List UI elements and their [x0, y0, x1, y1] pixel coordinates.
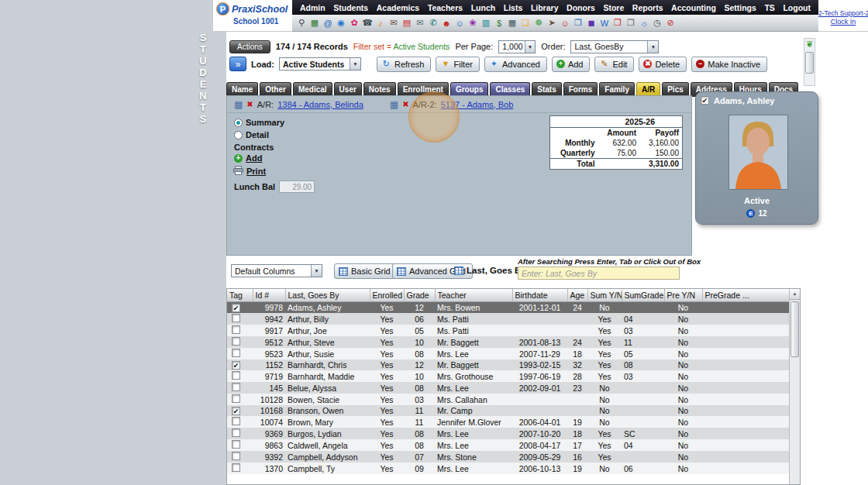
table-row[interactable]: ✔9978Adams, AshleyYes12Mrs. Bowen2001-12…: [227, 302, 790, 314]
tag-checkbox[interactable]: [232, 452, 240, 460]
scrollbar-thumb[interactable]: [790, 301, 799, 357]
summary-radio[interactable]: [234, 119, 243, 127]
logo[interactable]: P PraxiSchool School 1001: [213, 0, 292, 32]
menu-item-logout[interactable]: Logout: [783, 3, 811, 12]
phone-icon[interactable]: ☎: [361, 17, 374, 29]
column-header-id[interactable]: Id #: [253, 289, 285, 302]
speaker-icon[interactable]: ♪: [374, 17, 387, 29]
lunch-bal-input[interactable]: [279, 181, 315, 193]
tag-checkbox[interactable]: ✔: [232, 304, 240, 312]
tag-checkbox[interactable]: [232, 394, 240, 403]
panel-scrollbar-thumb[interactable]: [805, 52, 814, 74]
monitor-icon[interactable]: ❐: [572, 17, 584, 29]
menu-item-admin[interactable]: Admin: [300, 3, 326, 12]
menu-item-lunch[interactable]: Lunch: [471, 3, 496, 12]
column-header-sumgrade[interactable]: SumGrade...: [622, 289, 664, 302]
clock-icon[interactable]: ◷: [651, 17, 663, 29]
column-header-last-goes-by[interactable]: Last, Goes By: [285, 289, 370, 302]
word-doc-icon[interactable]: W: [598, 17, 611, 29]
mail2-icon[interactable]: ✉: [414, 17, 426, 29]
table-row[interactable]: 9942Arthur, BillyYes06Ms. PattiYes04No: [227, 313, 790, 325]
table-row[interactable]: 145Belue, AlyssaYes08Mrs. Lee2002-09-012…: [227, 382, 790, 394]
load-select[interactable]: Active Students▼: [279, 57, 361, 71]
menu-item-settings[interactable]: Settings: [724, 3, 756, 12]
remove-icon[interactable]: ✖: [246, 100, 253, 108]
scroll-up-icon[interactable]: ▲: [790, 289, 800, 300]
column-header-birthdate[interactable]: Birthdate: [512, 289, 567, 302]
detail-radio[interactable]: [234, 131, 243, 139]
plant-icon[interactable]: ❁: [532, 17, 545, 29]
table-scrollbar[interactable]: ▲: [789, 289, 800, 484]
tag-checkbox[interactable]: [232, 325, 240, 334]
globe2-icon[interactable]: ☼: [638, 17, 650, 29]
search-icon[interactable]: ⚲: [295, 17, 308, 29]
column-header-grade[interactable]: Grade: [404, 289, 435, 302]
advanced-button[interactable]: ✦Advanced: [484, 57, 547, 72]
filter-button[interactable]: ▼Filter: [436, 57, 479, 72]
envelope-icon[interactable]: ✉: [388, 17, 400, 29]
table-row[interactable]: 9392Campbell, AddysonYes07Mrs. Stone2009…: [227, 451, 790, 463]
menu-item-teachers[interactable]: Teachers: [428, 3, 463, 12]
tag-checkbox[interactable]: ✔: [232, 407, 240, 415]
message-icon[interactable]: ✆: [427, 17, 439, 29]
detail-option[interactable]: Detail: [234, 130, 269, 139]
menu-item-reports[interactable]: Reports: [632, 3, 663, 12]
menu-item-academics[interactable]: Academics: [377, 3, 419, 12]
chart-icon[interactable]: ▥: [480, 17, 492, 29]
column-header-sum-y-n[interactable]: Sum Y/N: [587, 289, 622, 302]
make-inactive-button[interactable]: −Make Inactive: [691, 57, 767, 72]
order-select[interactable]: Last, GoesBy▼: [570, 40, 659, 53]
ledger-icon[interactable]: ▦: [390, 99, 398, 110]
calculator-icon[interactable]: ▦: [506, 17, 518, 29]
tag-checkbox[interactable]: [232, 383, 240, 391]
printer-small-icon[interactable]: ❐: [625, 17, 637, 29]
people-red-icon[interactable]: ☻: [440, 17, 453, 29]
person-blue-icon[interactable]: ☺: [453, 17, 466, 29]
menu-item-library[interactable]: Library: [531, 3, 559, 12]
ar2-link[interactable]: 5137 - Adams, Bob: [441, 100, 514, 109]
folder-icon[interactable]: ❏: [519, 17, 532, 29]
table-row[interactable]: 9523Arthur, SusieYes08Mrs. Lee2007-11-29…: [227, 348, 790, 359]
student-card-checkbox[interactable]: ✔: [701, 96, 709, 105]
menu-item-accounting[interactable]: Accounting: [671, 3, 716, 12]
add-button[interactable]: +Add: [552, 57, 591, 72]
tag-checkbox[interactable]: ✔: [232, 361, 240, 370]
menu-item-students[interactable]: Students: [333, 3, 368, 12]
delivery-icon[interactable]: ➤: [546, 17, 558, 29]
table-row[interactable]: 10074Brown, MaryYes11Jennifer M.Glover20…: [227, 416, 790, 428]
table-row[interactable]: 1370Campbell, TyYes09Mrs. Lee2006-10-131…: [227, 463, 790, 474]
per-page-select[interactable]: 1,000▼: [498, 40, 536, 53]
tech-support-link[interactable]: 2-Tech Support-2 (s5): [818, 9, 868, 17]
table-row[interactable]: 9917Arthur, JoeYes05Ms. PattiYes03No: [227, 325, 790, 336]
menu-item-ts[interactable]: TS: [764, 3, 774, 12]
print-link[interactable]: Print: [233, 166, 266, 177]
refresh-button[interactable]: ↻Refresh: [377, 57, 432, 72]
tag-checkbox[interactable]: [232, 463, 240, 472]
menu-item-lists[interactable]: Lists: [504, 3, 523, 12]
column-header-enrolled[interactable]: Enrolled: [370, 289, 404, 302]
tag-checkbox[interactable]: [232, 417, 240, 425]
table-row[interactable]: 9512Arthur, SteveYes10Mr. Baggett2001-08…: [227, 336, 790, 348]
tag-checkbox[interactable]: [232, 371, 240, 380]
tag-checkbox[interactable]: [232, 337, 240, 346]
column-header-age[interactable]: Age: [567, 289, 587, 302]
expand-button[interactable]: »: [229, 57, 246, 71]
columns-select[interactable]: Default Columns▼: [231, 264, 322, 277]
calendar-icon[interactable]: ▦: [308, 17, 321, 29]
table-row[interactable]: 10128Bowen, StacieYes03Mrs. CallahanNoNo: [227, 394, 790, 405]
search-input[interactable]: [518, 267, 680, 280]
contract-add-link[interactable]: + Add: [234, 153, 262, 163]
table-row[interactable]: ✔1152Barnhardt, ChrisYes12Mr. Baggett199…: [227, 359, 790, 370]
summary-option[interactable]: Summary: [234, 118, 284, 127]
tag-checkbox[interactable]: [232, 428, 240, 437]
money-icon[interactable]: $: [493, 17, 505, 29]
actions-button[interactable]: Actions: [229, 40, 270, 53]
column-header-pregrade[interactable]: PreGrade ...: [702, 289, 790, 302]
globe-icon[interactable]: ◉: [335, 17, 347, 29]
tag-checkbox[interactable]: [232, 349, 240, 357]
menu-item-store[interactable]: Store: [603, 3, 624, 12]
column-header-teacher[interactable]: Teacher: [435, 289, 512, 302]
panel-scrollbar[interactable]: ❦: [804, 38, 815, 86]
edit-button[interactable]: ✎Edit: [594, 57, 634, 72]
gift-icon[interactable]: ✿: [348, 17, 360, 29]
